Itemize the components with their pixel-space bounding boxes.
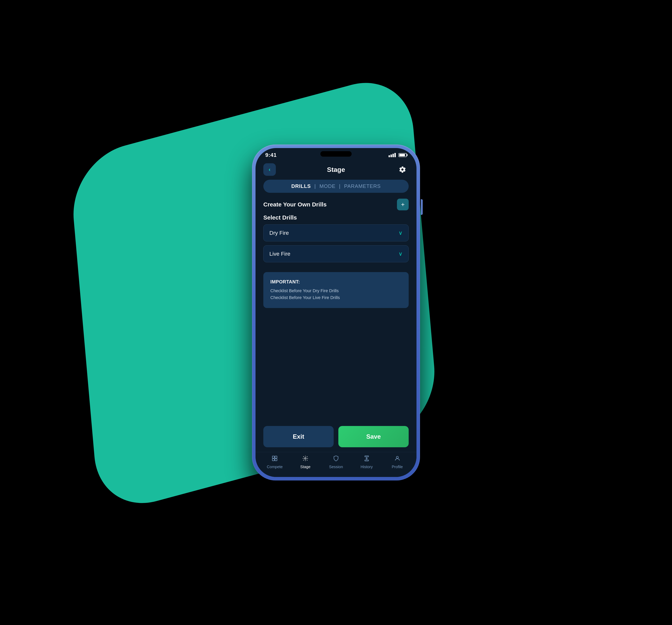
session-icon [333,455,339,463]
tab-bar-text: DRILLS | MODE | PARAMETERS [291,183,381,189]
add-drill-button[interactable]: + [397,199,409,210]
profile-label: Profile [392,465,403,469]
plus-icon: + [401,201,405,208]
drills-tab-bar[interactable]: DRILLS | MODE | PARAMETERS [263,180,409,193]
bottom-nav: Compete Stage Session [256,452,416,477]
signal-bar-4 [394,153,396,157]
phone-side-button [421,199,423,215]
live-fire-label: Live Fire [269,251,290,257]
live-fire-dropdown[interactable]: Live Fire ∨ [263,245,409,262]
nav-item-compete[interactable]: Compete [259,455,290,469]
signal-bar-3 [392,154,394,157]
svg-rect-1 [275,456,277,458]
history-icon [363,455,370,463]
important-box: IMPORTANT: Checklist Before Your Dry Fir… [263,272,409,308]
live-fire-chevron-icon: ∨ [399,250,403,257]
compete-label: Compete [267,465,283,469]
stage-icon [302,455,309,463]
page-title: Stage [327,166,345,173]
create-drills-row: Create Your Own Drills + [263,199,409,210]
dry-fire-chevron-icon: ∨ [399,230,403,236]
signal-bar-2 [390,154,392,157]
svg-point-9 [396,456,398,458]
back-chevron-icon: ‹ [269,166,270,173]
svg-rect-6 [365,460,368,461]
important-item-1: Checklist Before Your Dry Fire Drills [270,287,402,294]
status-bar: 9:41 [256,148,416,160]
back-button[interactable]: ‹ [263,163,276,176]
profile-icon [394,455,401,463]
nav-item-session[interactable]: Session [321,455,352,469]
signal-indicator [388,153,396,157]
create-drills-title: Create Your Own Drills [263,201,327,208]
dry-fire-label: Dry Fire [269,230,289,236]
status-icons [388,153,407,157]
dry-fire-dropdown[interactable]: Dry Fire ∨ [263,224,409,241]
battery-indicator [399,153,407,157]
app-header: ‹ Stage [256,160,416,180]
nav-item-stage[interactable]: Stage [290,455,321,469]
svg-rect-0 [272,456,274,458]
save-button[interactable]: Save [338,426,409,447]
nav-item-profile[interactable]: Profile [382,455,413,469]
dynamic-island [320,151,352,157]
exit-button[interactable]: Exit [263,426,334,447]
important-item-2: Checklist Before Your Live Fire Drills [270,294,402,301]
stage-label: Stage [300,465,310,469]
compete-icon [271,455,278,463]
battery-fill [399,154,405,156]
settings-button[interactable] [396,163,409,176]
nav-item-history[interactable]: History [351,455,382,469]
session-label: Session [329,465,343,469]
gear-icon [399,166,406,173]
status-time: 9:41 [265,152,277,158]
signal-bar-1 [388,155,390,157]
phone-screen: 9:41 ‹ Stage [256,148,416,477]
action-buttons: Exit Save [256,420,416,452]
history-label: History [361,465,373,469]
important-title: IMPORTANT: [270,279,402,285]
svg-point-4 [305,458,306,459]
phone-frame: 9:41 ‹ Stage [252,145,420,480]
select-drills-label: Select Drills [263,214,409,221]
svg-rect-5 [365,456,368,457]
main-content: Create Your Own Drills + Select Drills D… [256,199,416,420]
svg-rect-3 [275,459,277,461]
svg-rect-2 [272,459,274,461]
